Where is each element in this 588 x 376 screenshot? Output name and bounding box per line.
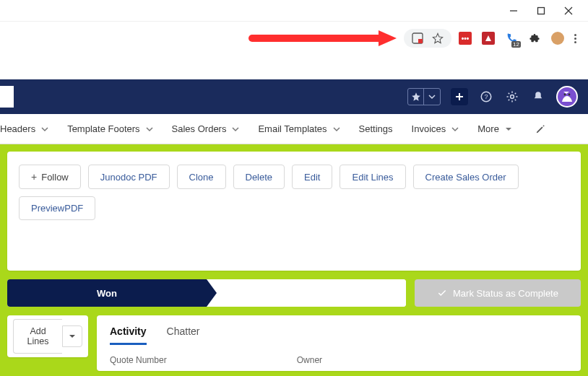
status-stage-next[interactable]	[207, 279, 406, 307]
nav-invoices[interactable]: Invoices	[412, 123, 459, 134]
delete-button[interactable]: Delete	[233, 165, 285, 189]
global-add-button[interactable]	[451, 88, 468, 105]
nav-label: Settings	[359, 123, 393, 134]
nav-headers[interactable]: Headers	[0, 123, 48, 134]
caret-down-icon	[69, 333, 76, 340]
follow-button[interactable]: + Follow	[19, 165, 81, 189]
edit-lines-button[interactable]: Edit Lines	[340, 165, 405, 189]
tab-activity[interactable]: Activity	[110, 325, 147, 345]
nav-label: Invoices	[412, 123, 446, 134]
detail-tabs: Activity Chatter	[110, 325, 568, 345]
setup-gear-icon[interactable]	[504, 89, 520, 105]
browser-menu-button[interactable]	[574, 34, 576, 43]
annotation-arrow	[7, 28, 404, 48]
preview-pdf-button[interactable]: PreviewPDF	[19, 196, 95, 220]
extension-adobe-icon[interactable]	[482, 32, 495, 45]
field-labels-row: Quote Number Owner	[110, 355, 568, 365]
add-lines-dropdown[interactable]	[62, 325, 82, 347]
translate-icon[interactable]	[411, 32, 424, 45]
chevron-down-icon	[451, 126, 459, 133]
extensions-puzzle-icon[interactable]	[528, 32, 541, 45]
help-icon[interactable]: ?	[478, 89, 494, 105]
app-header: ?	[0, 79, 588, 114]
extension-phone-icon[interactable]: 12	[505, 32, 518, 45]
profile-avatar-icon[interactable]	[551, 32, 564, 45]
bookmark-star-icon[interactable]	[431, 32, 444, 45]
window-minimize-button[interactable]	[509, 6, 519, 16]
mark-status-complete-button[interactable]: Mark Status as Complete	[415, 279, 581, 307]
detail-card: Activity Chatter Quote Number Owner	[97, 315, 581, 371]
junodoc-pdf-button[interactable]: Junodoc PDF	[88, 165, 170, 189]
svg-point-14	[564, 94, 566, 96]
caret-down-icon	[505, 126, 512, 133]
nav-template-footers[interactable]: Template Footers	[67, 123, 152, 134]
plus-icon: +	[31, 171, 37, 183]
chevron-down-icon	[41, 126, 48, 133]
nav-settings[interactable]: Settings	[359, 123, 393, 134]
check-icon	[437, 288, 447, 298]
svg-rect-1	[538, 7, 545, 14]
status-path[interactable]: Won	[7, 279, 406, 307]
page-body: + Follow Junodoc PDF Clone Delete Edit E…	[0, 144, 588, 376]
window-maximize-button[interactable]	[536, 6, 546, 16]
extension-lastpass-icon[interactable]: •••	[459, 32, 472, 45]
status-path-row: Won Mark Status as Complete	[7, 279, 581, 307]
edit-button[interactable]: Edit	[292, 165, 332, 189]
mark-complete-label: Mark Status as Complete	[453, 288, 558, 299]
tab-chatter[interactable]: Chatter	[167, 325, 200, 345]
notifications-bell-icon[interactable]	[530, 89, 546, 105]
nav-label: Sales Orders	[172, 123, 227, 134]
nav-sales-orders[interactable]: Sales Orders	[172, 123, 240, 134]
record-actions-card: + Follow Junodoc PDF Clone Delete Edit E…	[7, 152, 581, 271]
window-controls	[0, 0, 588, 22]
nav-label: Email Templates	[258, 123, 327, 134]
svg-point-12	[511, 95, 514, 99]
extension-icons: ••• 12	[459, 32, 581, 45]
window-close-button[interactable]	[563, 6, 574, 16]
svg-text:?: ?	[484, 93, 488, 100]
user-avatar[interactable]	[556, 86, 578, 108]
extension-badge: 12	[511, 41, 521, 48]
status-stage-won[interactable]: Won	[7, 279, 207, 307]
nav-more[interactable]: More	[477, 123, 512, 134]
favorites-toggle[interactable]	[407, 88, 441, 105]
status-stage-label: Won	[97, 288, 117, 299]
nav-email-templates[interactable]: Email Templates	[258, 123, 340, 134]
svg-rect-7	[418, 39, 423, 43]
clone-button[interactable]: Clone	[177, 165, 226, 189]
field-quote-number-label: Quote Number	[110, 355, 167, 365]
global-search[interactable]	[0, 86, 14, 108]
favorite-dropdown-icon[interactable]	[424, 89, 440, 105]
omnibox-actions	[404, 29, 451, 48]
chevron-down-icon	[232, 126, 239, 133]
follow-label: Follow	[41, 172, 69, 183]
field-owner-label: Owner	[297, 355, 322, 365]
add-lines-card: Add Lines	[7, 315, 88, 357]
create-sales-order-button[interactable]: Create Sales Order	[413, 165, 519, 189]
nav-label: More	[477, 123, 499, 134]
nav-label: Template Footers	[67, 123, 139, 134]
favorite-star-icon[interactable]	[408, 89, 424, 105]
browser-toolbar: ••• 12	[0, 22, 588, 55]
svg-marker-5	[379, 30, 397, 46]
chevron-down-icon	[146, 126, 153, 133]
svg-point-15	[568, 94, 571, 96]
edit-nav-pencil-icon[interactable]	[535, 124, 545, 134]
nav-label: Headers	[0, 123, 35, 134]
add-lines-button[interactable]: Add Lines	[13, 319, 62, 354]
chevron-down-icon	[333, 126, 340, 133]
object-nav: Headers Template Footers Sales Orders Em…	[0, 114, 588, 144]
